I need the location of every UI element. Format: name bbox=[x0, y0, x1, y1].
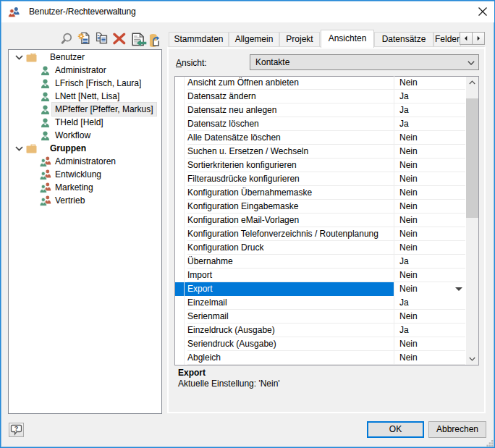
svg-text:?: ? bbox=[14, 425, 19, 432]
